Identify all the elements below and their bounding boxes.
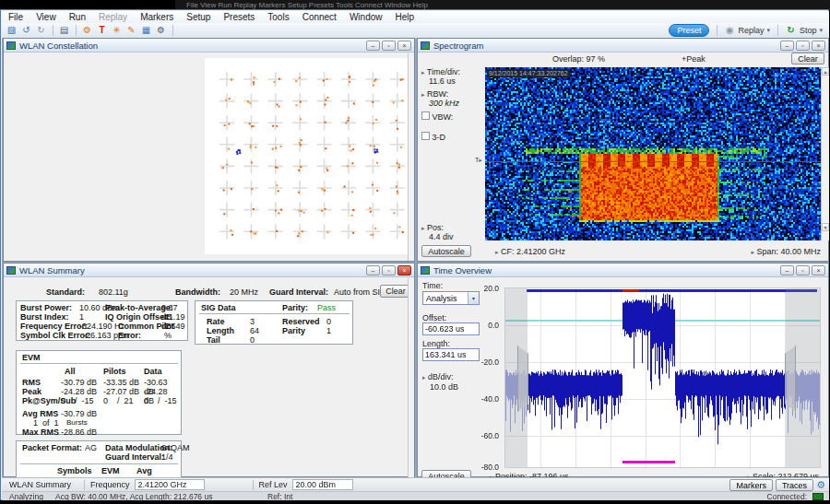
detector-readout: +Peak — [682, 54, 706, 64]
time-overview-titlebar[interactable]: Time Overview – ▫ × — [418, 264, 828, 277]
rbw-setting[interactable]: ▸ RBW: — [421, 89, 448, 99]
clear-button[interactable]: Clear — [380, 285, 411, 298]
parity-status: Pass — [317, 303, 336, 312]
panel-spectrogram: Spectrogram – ▫ × Overlap: 97 % +Peak Cl… — [417, 38, 829, 262]
pos-setting[interactable]: ▸ Pos: — [421, 223, 444, 232]
reflev-field[interactable]: 20.00 dBm — [292, 479, 353, 490]
minimize-button[interactable]: – — [366, 41, 380, 51]
burst-stats-box: Burst Power: 10.60 dBm Peak-to-Average: … — [16, 300, 188, 341]
print-icon[interactable]: ▤ — [57, 24, 71, 37]
time-source-dropdown[interactable]: Analysis ▾ — [422, 291, 480, 305]
stop-caret-icon[interactable]: ▾ — [819, 27, 823, 34]
spectrogram-titlebar[interactable]: Spectrogram – ▫ × — [418, 39, 828, 53]
menu-help[interactable]: Help — [388, 11, 421, 23]
save-icon[interactable]: ▨ — [5, 24, 18, 37]
app-window: File View Run Replay Markers Setup Prese… — [0, 9, 829, 500]
options-gear-icon[interactable]: ⚙ — [154, 24, 168, 37]
menu-replay[interactable]: Replay — [92, 11, 134, 23]
maximize-button[interactable]: ▫ — [382, 41, 396, 51]
settings-gear-icon[interactable]: ⚙ — [816, 479, 825, 491]
spectrogram-bitmap[interactable]: 9/12/2015 14:47:33.202762 — [485, 67, 821, 240]
overlap-readout: Overlap: 97 % — [552, 54, 605, 64]
center-frequency-readout[interactable]: ▸ CF: 2.41200 GHz — [495, 247, 565, 256]
expander-icon: ▸ — [495, 249, 499, 255]
redo-icon[interactable]: ↻ — [34, 24, 48, 37]
menu-run[interactable]: Run — [63, 11, 92, 23]
menu-file[interactable]: File — [2, 11, 30, 23]
panel-icon — [6, 41, 16, 50]
replay-button[interactable]: ◉ Replay ▾ — [725, 24, 770, 37]
marker-pen-icon[interactable]: ✎ — [125, 24, 138, 37]
minimize-button[interactable]: – — [366, 265, 380, 275]
menu-connect[interactable]: Connect — [296, 11, 343, 23]
panel-title: WLAN Constellation — [19, 41, 98, 51]
close-button[interactable]: × — [812, 265, 825, 275]
checkbox-icon[interactable] — [421, 132, 430, 140]
time-overview-plot[interactable] — [504, 287, 821, 468]
dbdiv-value: 10.0 dB — [430, 382, 458, 392]
panel-wlan-summary: WLAN Summary – ▫ × Standard: 802.11g Ban… — [3, 263, 415, 477]
acquisition-status: Analyzing — [9, 492, 43, 501]
displays-icon[interactable]: ▦ — [139, 24, 153, 37]
trigger-mark[interactable]: T▸ — [475, 157, 482, 164]
time-div-value: 11.6 us — [429, 76, 456, 86]
connected-label: Connected: — [767, 492, 807, 501]
expander-icon: ▸ — [751, 249, 754, 255]
dbdiv-setting[interactable]: ▸ dB/div: — [422, 372, 454, 381]
threed-checkbox[interactable]: 3-D — [421, 132, 445, 142]
frequency-field[interactable]: 2.41200 GHz — [135, 479, 205, 490]
clear-button[interactable]: Clear — [791, 53, 824, 64]
length-label: Length: — [422, 339, 450, 348]
close-button[interactable]: × — [397, 41, 411, 51]
panel-icon — [421, 266, 430, 275]
maximize-button[interactable]: ▫ — [382, 265, 396, 275]
y-tick: -20.0 — [471, 357, 499, 367]
menu-view[interactable]: View — [30, 11, 63, 23]
menu-window[interactable]: Window — [343, 11, 389, 23]
constellation-scrollbar[interactable] — [408, 53, 414, 261]
minimize-button[interactable]: – — [780, 265, 794, 275]
scroll-down-icon[interactable]: ▾ — [822, 223, 829, 231]
trigger-icon[interactable]: T — [95, 24, 109, 37]
signal-icon[interactable]: ✳ — [110, 24, 124, 37]
panel-icon — [6, 266, 16, 275]
close-button[interactable]: × — [812, 41, 825, 51]
checkbox-icon[interactable] — [421, 111, 430, 120]
minimize-button[interactable]: – — [780, 41, 794, 51]
summary-titlebar[interactable]: WLAN Summary – ▫ × — [4, 264, 414, 277]
autoscale-button[interactable]: Autoscale — [421, 245, 471, 257]
dropdown-caret-icon[interactable]: ▾ — [468, 292, 479, 304]
analysis-start-handle[interactable] — [517, 346, 528, 412]
menu-tools[interactable]: Tools — [261, 11, 295, 23]
undo-icon[interactable]: ↺ — [19, 24, 33, 37]
scroll-up-icon[interactable]: ▴ — [822, 67, 829, 76]
analysis-end-handle[interactable] — [785, 346, 796, 412]
span-readout[interactable]: ▸ Span: 40.00 MHz — [751, 247, 821, 256]
menu-presets[interactable]: Presets — [217, 11, 261, 23]
time-div-setting[interactable]: ▸ Time/div: — [421, 67, 460, 76]
markers-button[interactable]: Markers — [729, 479, 773, 491]
vbw-checkbox[interactable]: VBW: — [421, 111, 453, 122]
maximize-button[interactable]: ▫ — [796, 265, 810, 275]
spectrogram-scrollbar[interactable]: ▴ ▾ — [821, 67, 829, 240]
guard-interval-value: Auto from SIG — [334, 287, 386, 297]
replay-icon: ◉ — [725, 24, 734, 37]
ref-info: Ref: Int — [267, 492, 292, 501]
preset-button[interactable]: Preset — [669, 24, 709, 37]
panel-title: Spectrogram — [433, 41, 483, 51]
evm-box: EVM All Pilots Data RMS -30.79 dB -33.35… — [16, 350, 182, 435]
panel-title: WLAN Summary — [19, 265, 85, 275]
close-button[interactable]: × — [397, 265, 411, 275]
panel-wlan-constellation: WLAN Constellation – ▫ × — [3, 38, 415, 262]
stop-button[interactable]: ↻ Stop ▾ — [786, 24, 823, 37]
y-tick: 20.0 — [471, 284, 499, 293]
maximize-button[interactable]: ▫ — [796, 41, 810, 51]
screen: File View Run Replay Markers Setup Prese… — [0, 0, 830, 504]
settings-gear-icon[interactable]: ⚙ — [80, 24, 94, 37]
constellation-titlebar[interactable]: WLAN Constellation – ▫ × — [4, 39, 414, 53]
summary-scrollbar[interactable] — [408, 278, 414, 477]
menu-markers[interactable]: Markers — [134, 11, 180, 23]
menu-setup[interactable]: Setup — [180, 11, 217, 23]
traces-button[interactable]: Traces — [776, 479, 813, 491]
replay-caret-icon[interactable]: ▾ — [766, 27, 770, 34]
